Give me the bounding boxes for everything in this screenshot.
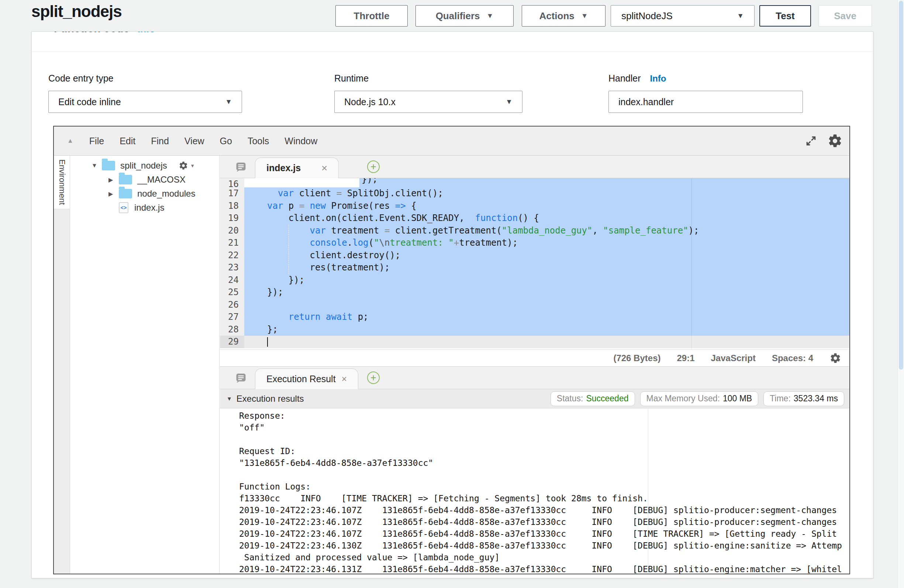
tree-item-label: index.js bbox=[134, 202, 164, 213]
tree-item-label: node_modules bbox=[137, 188, 195, 199]
scrollbar-thumb[interactable] bbox=[899, 1, 903, 370]
code-line-19: 19 client.on(client.Event.SDK_READY, fun… bbox=[220, 212, 849, 224]
chevron-down-icon: ▼ bbox=[225, 98, 232, 106]
editor-main: index.js × + 16 }); 17 var bbox=[220, 156, 849, 574]
environment-tab[interactable]: Environment bbox=[54, 156, 70, 209]
handler-info-link[interactable]: Info bbox=[650, 73, 666, 83]
log-line: Function Logs: bbox=[239, 481, 849, 492]
runtime-select[interactable]: Node.js 10.x ▼ bbox=[334, 91, 523, 113]
execution-results-log[interactable]: Response:"off" Request ID:"131e865f-6eb4… bbox=[220, 408, 849, 574]
code-line-21: 21 console.log("\ntreatment: "+treatment… bbox=[220, 237, 849, 249]
card-header-clipped: Function codeInfo bbox=[32, 32, 873, 52]
tree-settings-gear-icon[interactable]: ▼ bbox=[179, 161, 195, 171]
tree-item-node-modules[interactable]: ▶node_modules bbox=[70, 187, 219, 201]
tree-item--macosx[interactable]: ▶__MACOSX bbox=[70, 172, 219, 187]
selection-start-highlight bbox=[359, 178, 849, 187]
test-event-value: splitNodeJS bbox=[621, 10, 673, 22]
menu-find[interactable]: Find bbox=[143, 136, 177, 146]
menu-go[interactable]: Go bbox=[212, 136, 240, 146]
page-title: split_nodejs bbox=[32, 2, 122, 21]
code-entry-type-value: Edit code inline bbox=[58, 96, 121, 107]
throttle-button[interactable]: Throttle bbox=[335, 5, 408, 27]
menu-tools[interactable]: Tools bbox=[240, 136, 277, 146]
handler-input[interactable]: index.handler bbox=[608, 91, 803, 113]
throttle-button-label: Throttle bbox=[354, 10, 390, 22]
code-line-text: var client = SplitObj.client(); bbox=[244, 187, 849, 200]
execution-result-badges: Status:SucceededMax Memory Used:100 MBTi… bbox=[550, 391, 844, 406]
tab-index-js-label: index.js bbox=[266, 163, 301, 173]
code-line-text: res(treatment); bbox=[244, 262, 849, 274]
code-line-text: console.log("\ntreatment: "+treatment); bbox=[244, 237, 849, 249]
tree-item-index-js[interactable]: <>index.js bbox=[70, 201, 219, 215]
code-line-text: }); bbox=[244, 274, 849, 287]
editor-settings-gear-icon[interactable] bbox=[827, 133, 843, 149]
gutter-line-number: 24 bbox=[220, 274, 244, 287]
new-tab-plus-icon[interactable]: + bbox=[367, 160, 380, 173]
execution-results-header: ▼ Execution results Status:SucceededMax … bbox=[220, 389, 849, 408]
gutter-line-number: 27 bbox=[220, 311, 244, 324]
test-button-label: Test bbox=[776, 10, 795, 22]
editor-statusbar: (726 Bytes) 29:1 JavaScript Spaces: 4 bbox=[220, 349, 849, 367]
tab-close-icon[interactable]: × bbox=[342, 375, 347, 384]
function-code-card: Function codeInfo Code entry type Edit c… bbox=[32, 32, 873, 579]
log-line: Sanitized and processed value => [lambda… bbox=[239, 552, 849, 563]
test-event-select[interactable]: splitNodeJS ▼ bbox=[611, 5, 755, 27]
tree-caret-icon[interactable]: ▶ bbox=[109, 190, 119, 198]
menu-items: FileEditFindViewGoToolsWindow bbox=[73, 136, 325, 147]
menu-window[interactable]: Window bbox=[277, 136, 325, 146]
qualifiers-button[interactable]: Qualifiers ▼ bbox=[416, 5, 514, 27]
log-line bbox=[239, 433, 849, 445]
code-line-28: 28}; bbox=[220, 324, 849, 336]
file-size-indicator: (726 Bytes) bbox=[613, 353, 661, 364]
tab-list-icon[interactable] bbox=[235, 161, 247, 174]
menubar-icons bbox=[805, 133, 849, 149]
code-line-27: 27 return await p; bbox=[220, 311, 849, 324]
tab-index-js[interactable]: index.js × bbox=[255, 158, 339, 178]
tree-item-label: __MACOSX bbox=[137, 174, 186, 185]
code-line-text: return await p; bbox=[244, 311, 849, 324]
save-button-disabled[interactable]: Save bbox=[819, 5, 872, 27]
code-line-text: }); bbox=[244, 286, 849, 299]
log-line bbox=[239, 469, 849, 481]
gutter-line-number: 25 bbox=[220, 286, 244, 299]
handler-label: Handler Info bbox=[608, 73, 666, 84]
cloud9-editor: ▲ FileEditFindViewGoToolsWindow bbox=[53, 126, 850, 574]
execution-results-toggle[interactable]: ▼ Execution results bbox=[226, 394, 304, 404]
actions-button[interactable]: Actions ▼ bbox=[522, 5, 605, 27]
code-editor-area[interactable]: 16 }); 17 var client = SplitObj.client()… bbox=[220, 178, 849, 349]
tree-caret-icon[interactable]: ▶ bbox=[109, 176, 119, 183]
language-mode-selector[interactable]: JavaScript bbox=[711, 353, 755, 364]
js-file-icon: <> bbox=[119, 202, 128, 213]
fullscreen-icon[interactable] bbox=[805, 135, 817, 147]
gutter-line-number: 17 bbox=[220, 187, 244, 200]
tab-execution-result[interactable]: Execution Result × bbox=[255, 368, 358, 389]
text-cursor bbox=[267, 337, 268, 347]
statusbar-gear-icon[interactable] bbox=[830, 352, 841, 364]
log-line: 2019-10-24T22:23:46.131Z 131e865f-6eb4-4… bbox=[239, 563, 849, 574]
tree-item-split-nodejs[interactable]: ▼split_nodejs▼ bbox=[70, 159, 219, 172]
chevron-down-icon: ▼ bbox=[581, 12, 588, 20]
gutter-line-number: 23 bbox=[220, 262, 244, 274]
code-line-24: 24 }); bbox=[220, 274, 849, 287]
log-line: Response: bbox=[239, 410, 849, 422]
tab-close-icon[interactable]: × bbox=[321, 163, 327, 173]
code-line-29: 29 bbox=[220, 336, 849, 348]
tab-list-icon[interactable] bbox=[235, 372, 247, 385]
tree-caret-icon[interactable]: ▼ bbox=[92, 162, 102, 169]
new-tab-plus-icon[interactable]: + bbox=[367, 371, 380, 384]
badge-time-: Time:3523.34 ms bbox=[763, 391, 844, 406]
collapse-menubar-icon[interactable]: ▲ bbox=[67, 137, 73, 145]
clipped-info-link: Info bbox=[137, 32, 155, 34]
badge-max-memory-used-: Max Memory Used:100 MB bbox=[640, 391, 759, 406]
code-line-26: 26 bbox=[220, 299, 849, 311]
log-line: 2019-10-24T22:23:46.107Z 131e865f-6eb4-4… bbox=[239, 528, 849, 540]
code-line-text: client.destroy(); bbox=[244, 249, 849, 262]
test-button[interactable]: Test bbox=[759, 5, 811, 27]
gutter-line-number: 19 bbox=[220, 212, 244, 224]
menu-edit[interactable]: Edit bbox=[112, 136, 143, 146]
menu-view[interactable]: View bbox=[177, 136, 212, 146]
badge-status-: Status:Succeeded bbox=[550, 391, 635, 406]
indentation-selector[interactable]: Spaces: 4 bbox=[772, 353, 813, 364]
code-entry-type-select[interactable]: Edit code inline ▼ bbox=[48, 91, 242, 113]
menu-file[interactable]: File bbox=[82, 136, 112, 146]
